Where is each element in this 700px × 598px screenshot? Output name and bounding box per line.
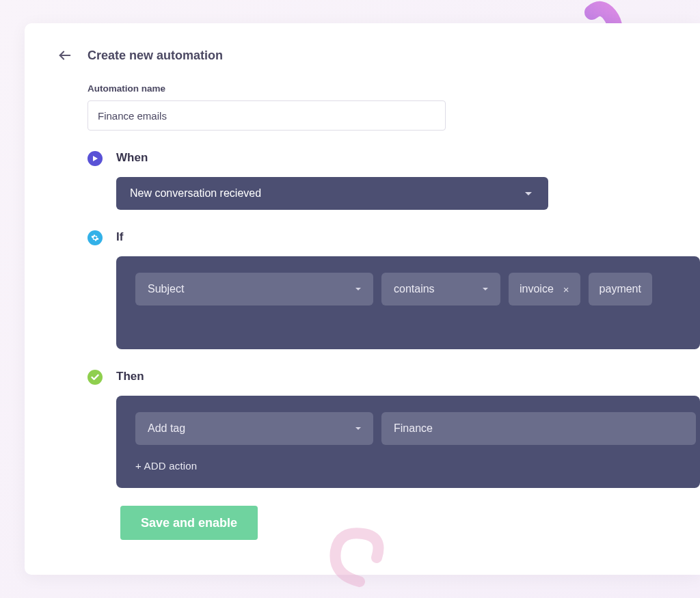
automation-name-label: Automation name <box>88 83 700 94</box>
add-action-button[interactable]: + ADD action <box>135 460 700 472</box>
page-title: Create new automation <box>88 49 223 63</box>
tag-label: invoice <box>520 283 554 295</box>
automation-name-input[interactable] <box>88 100 446 131</box>
chevron-down-icon <box>355 288 361 290</box>
then-section: Then Add tag Finance + ADD action <box>88 370 700 488</box>
if-operator-label: contains <box>394 283 435 295</box>
then-heading: Then <box>116 370 700 383</box>
if-section: If Subject contains invoice × <box>88 230 700 349</box>
if-operator-select[interactable]: contains <box>381 273 500 305</box>
gear-icon <box>88 230 103 245</box>
if-field-label: Subject <box>148 283 184 295</box>
back-arrow-icon[interactable] <box>57 48 72 63</box>
chevron-down-icon <box>525 192 532 195</box>
header: Create new automation <box>57 48 700 63</box>
then-value-label: Finance <box>394 422 433 435</box>
if-tag-invoice[interactable]: invoice × <box>509 273 580 305</box>
chevron-down-icon <box>355 427 361 430</box>
then-action-select[interactable]: Add tag <box>135 412 373 445</box>
automation-editor-card: Create new automation Automation name Wh… <box>25 23 700 575</box>
if-field-select[interactable]: Subject <box>135 273 373 305</box>
if-tag-payment[interactable]: payment <box>589 273 652 305</box>
remove-tag-icon[interactable]: × <box>563 284 569 295</box>
then-panel: Add tag Finance + ADD action <box>116 396 700 488</box>
if-panel: Subject contains invoice × payment <box>116 256 700 349</box>
save-and-enable-button[interactable]: Save and enable <box>120 506 258 540</box>
check-icon <box>88 370 103 385</box>
tag-label: payment <box>600 283 641 295</box>
then-action-label: Add tag <box>148 422 185 435</box>
then-value-input[interactable]: Finance <box>381 412 696 445</box>
play-icon <box>88 151 103 166</box>
when-heading: When <box>116 151 700 165</box>
chevron-down-icon <box>483 288 488 290</box>
when-trigger-label: New conversation recieved <box>130 187 261 200</box>
if-heading: If <box>116 230 700 244</box>
when-section: When New conversation recieved <box>88 151 700 210</box>
when-trigger-select[interactable]: New conversation recieved <box>116 177 548 210</box>
